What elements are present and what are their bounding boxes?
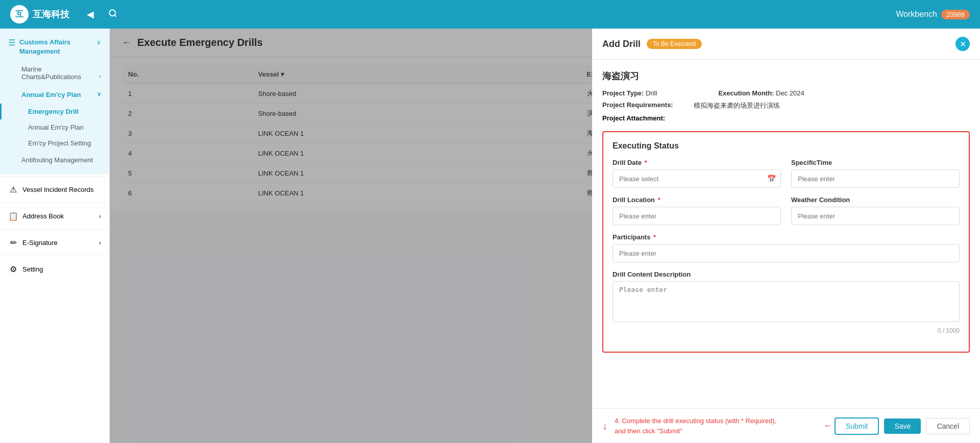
footer-buttons: Submit Save Cancel xyxy=(835,417,970,435)
sidebar-item-label-esignature: E-Signature xyxy=(22,239,95,247)
drill-date-label: Drill Date * xyxy=(612,159,781,166)
signature-icon: ✏ xyxy=(8,238,18,248)
sidebar-divider-2 xyxy=(0,203,109,203)
form-group-weather: Weather Condition xyxy=(791,196,960,225)
participants-required: * xyxy=(653,233,656,241)
sidebar-item-antifouling[interactable]: Antifouling Management xyxy=(0,151,109,169)
execution-month-label: Execution Month: xyxy=(718,89,774,97)
form-group-drill-location: Drill Location * xyxy=(612,196,781,225)
sidebar-item-label-incident: Vessel Incident Records xyxy=(22,186,101,193)
form-row-2: Drill Location * Weather Condition xyxy=(612,196,960,225)
chevron-right-address-icon: › xyxy=(99,213,101,220)
nav-back-button[interactable]: ◀ xyxy=(85,7,96,22)
weather-condition-input[interactable] xyxy=(791,207,960,225)
drill-content-label: Drill Content Description xyxy=(612,270,960,278)
search-button[interactable] xyxy=(106,7,119,22)
form-row-3: Participants * xyxy=(612,233,960,262)
sidebar-item-label-address: Address Book xyxy=(22,212,95,220)
project-chinese-title: 海盗演习 xyxy=(602,70,970,82)
participants-label: Participants * xyxy=(612,233,960,241)
modal-title-group: Add Drill To Be Executed xyxy=(602,39,702,50)
calendar-icon: 📅 xyxy=(767,175,776,183)
gear-icon: ⚙ xyxy=(8,264,18,274)
drill-location-input[interactable] xyxy=(612,207,781,225)
modal-close-button[interactable]: ✕ xyxy=(955,37,970,51)
sidebar-item-incident[interactable]: ⚠ Vessel Incident Records xyxy=(0,179,109,201)
svg-line-1 xyxy=(114,15,116,16)
sidebar-item-label-emergency: Emergency Drill xyxy=(28,108,79,115)
logo-text: 互海科技 xyxy=(33,8,69,20)
form-group-participants: Participants * xyxy=(612,233,960,262)
sidebar-item-emergency-drill[interactable]: Emergency Drill xyxy=(0,104,109,119)
project-requirements-value: 模拟海盗来袭的场景进行演练 xyxy=(694,101,780,110)
logo-icon: 互 xyxy=(10,5,29,23)
sidebar-item-marine[interactable]: Marine Charts&Publications › xyxy=(0,60,109,86)
modal-body: 海盗演习 Project Type: Drill Execution Month… xyxy=(592,60,980,408)
drill-date-input-wrapper: 📅 xyxy=(612,169,781,188)
form-group-specific-time: SpecificTime xyxy=(791,159,960,188)
svg-point-0 xyxy=(109,10,115,16)
sidebar-item-setting[interactable]: ⚙ Setting xyxy=(0,258,109,280)
participants-input[interactable] xyxy=(612,244,960,262)
sidebar-customs-section: ☰ Customs Affairs Management ∨ Marine Ch… xyxy=(0,29,109,174)
modal-footer: ↓ 4. Complete the drill executing status… xyxy=(592,408,980,443)
textarea-counter: 0 / 1000 xyxy=(612,327,960,334)
sidebar-item-label-marine: Marine Charts&Publications xyxy=(21,65,81,81)
warning-icon: ⚠ xyxy=(8,185,18,194)
sidebar: ☰ Customs Affairs Management ∨ Marine Ch… xyxy=(0,29,110,443)
header-nav: ◀ xyxy=(85,7,896,22)
project-requirements-row: Project Requirements: 模拟海盗来袭的场景进行演练 xyxy=(602,101,970,110)
hint-text: 4. Complete the drill executing status (… xyxy=(615,416,820,436)
form-group-drill-content: Drill Content Description 0 / 1000 xyxy=(612,270,960,334)
project-type-row: Project Type: Drill Execution Month: Dec… xyxy=(602,89,970,97)
customs-icon: ☰ xyxy=(8,38,15,47)
submit-button[interactable]: Submit xyxy=(835,417,879,435)
drill-date-input[interactable] xyxy=(612,169,781,188)
form-row-1: Drill Date * 📅 SpecificTime xyxy=(612,159,960,188)
form-row-4: Drill Content Description 0 / 1000 xyxy=(612,270,960,334)
arrow-right-icon: ← xyxy=(823,421,832,431)
content-area: ← Execute Emergency Drills No. Vessel ▾ xyxy=(110,29,980,443)
down-arrow-icon: ↓ xyxy=(602,420,607,432)
sidebar-item-annual-emcy-plan[interactable]: Annual Em'cy Plan ∨ xyxy=(0,86,109,104)
add-drill-modal: Add Drill To Be Executed ✕ 海盗演习 Project … xyxy=(592,29,980,443)
sidebar-item-annual-emcy-plan-child[interactable]: Annual Em'cy Plan xyxy=(0,119,109,135)
sidebar-item-customs-affairs[interactable]: ☰ Customs Affairs Management ∨ xyxy=(0,34,109,60)
sidebar-item-label-emcy-project: Em'cy Project Setting xyxy=(28,139,91,147)
drill-location-label: Drill Location * xyxy=(612,196,781,204)
status-badge: To Be Executed xyxy=(647,39,702,49)
sidebar-item-label-customs: Customs Affairs Management xyxy=(19,38,92,56)
form-group-drill-date: Drill Date * 📅 xyxy=(612,159,781,188)
weather-condition-label: Weather Condition xyxy=(791,196,960,204)
drill-date-required: * xyxy=(645,159,647,166)
sidebar-item-esignature[interactable]: ✏ E-Signature › xyxy=(0,232,109,254)
chevron-right-esignature-icon: › xyxy=(99,239,101,247)
save-button[interactable]: Save xyxy=(884,419,921,434)
project-type-label: Project Type: xyxy=(602,89,644,97)
cancel-button[interactable]: Cancel xyxy=(926,418,970,434)
project-type-value: Drill xyxy=(646,89,657,97)
sidebar-item-label-annual: Annual Em'cy Plan xyxy=(21,91,81,99)
project-requirements-label: Project Requirements: xyxy=(602,101,673,110)
sidebar-item-label-annual-child: Annual Em'cy Plan xyxy=(28,124,84,131)
sidebar-item-address[interactable]: 📋 Address Book › xyxy=(0,205,109,227)
executing-status-box: Executing Status Drill Date * 📅 xyxy=(602,131,970,353)
app-header: 互 互海科技 ◀ Workbench 20988 xyxy=(0,0,980,29)
chevron-down-icon-annual: ∨ xyxy=(97,91,101,97)
workbench-badge: 20988 xyxy=(941,10,970,19)
specific-time-label: SpecificTime xyxy=(791,159,960,166)
project-attachment-row: Project Attachment: xyxy=(602,114,970,122)
drill-location-required: * xyxy=(658,196,660,204)
drill-content-textarea[interactable] xyxy=(612,281,960,322)
address-book-icon: 📋 xyxy=(8,211,18,221)
workbench-label: Workbench xyxy=(896,10,937,19)
app-logo: 互 互海科技 xyxy=(10,5,69,23)
sidebar-divider-1 xyxy=(0,176,109,177)
sidebar-divider-4 xyxy=(0,256,109,256)
sidebar-item-label-setting: Setting xyxy=(22,265,101,273)
chevron-right-icon: › xyxy=(99,73,101,79)
sidebar-divider-3 xyxy=(0,229,109,230)
project-attachment-label: Project Attachment: xyxy=(602,114,665,122)
sidebar-item-emcy-project-setting[interactable]: Em'cy Project Setting xyxy=(0,135,109,151)
specific-time-input[interactable] xyxy=(791,169,960,188)
